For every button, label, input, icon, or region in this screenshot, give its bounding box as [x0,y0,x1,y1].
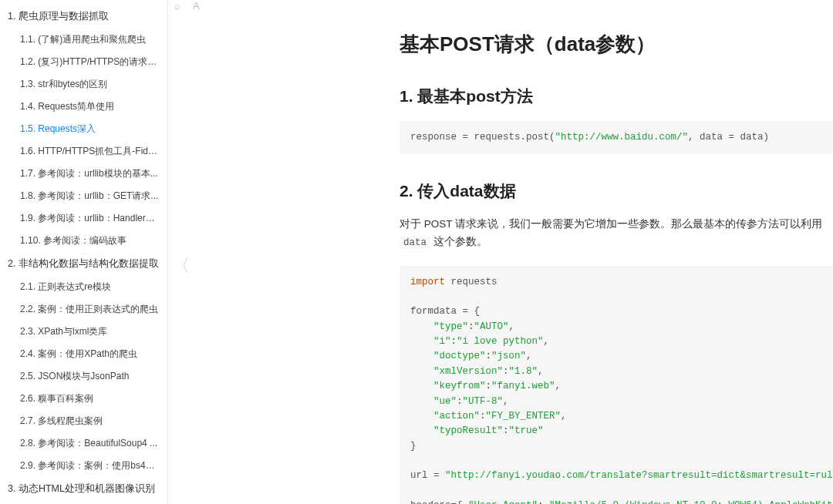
paragraph-1: 对于 POST 请求来说，我们一般需要为它增加一些参数。那么最基本的传参方法可以… [400,216,831,251]
toc-item[interactable]: 2.7. 多线程爬虫案例 [0,410,167,432]
toc-item[interactable]: 2.1. 正则表达式re模块 [0,276,167,298]
sidebar-toc[interactable]: 1. 爬虫原理与数据抓取1.1. (了解)通用爬虫和聚焦爬虫1.2. (复习)H… [0,0,168,504]
section-heading-2: 2. 传入data数据 [400,180,833,202]
toc-item[interactable]: 1.8. 参考阅读：urllib：GET请求... [0,185,167,207]
article-content: 基本POST请求（data参数） 1. 最基本post方法 response =… [199,0,833,504]
toc-item[interactable]: 1.9. 参考阅读：urllib：Handler处... [0,207,167,230]
toc-section[interactable]: 1. 爬虫原理与数据抓取 [0,5,167,29]
toc-item[interactable]: 2.9. 参考阅读：案例：使用bs4的... [0,455,167,477]
toc-item[interactable]: 3.1. 动态HTML介绍 [0,501,167,504]
toc-item[interactable]: 1.7. 参考阅读：urllib模块的基本... [0,163,167,185]
toc-item[interactable]: 1.2. (复习)HTTP/HTTPS的请求与... [0,51,167,73]
toc-item[interactable]: 1.1. (了解)通用爬虫和聚焦爬虫 [0,29,167,51]
prev-page-arrow[interactable]: 〈 [173,254,190,277]
toc-section[interactable]: 2. 非结构化数据与结构化数据提取 [0,252,167,276]
inline-code-data: data [400,237,430,249]
toc-item[interactable]: 2.4. 案例：使用XPath的爬虫 [0,343,167,365]
toc-item[interactable]: 2.3. XPath与lxml类库 [0,321,167,343]
page-title: 基本POST请求（data参数） [400,31,833,58]
toc-item[interactable]: 1.10. 参考阅读：编码故事 [0,230,167,252]
toc-section[interactable]: 3. 动态HTML处理和机器图像识别 [0,477,167,501]
toc-item[interactable]: 1.3. str和bytes的区别 [0,73,167,96]
search-icon[interactable]: ⌕ [174,0,180,12]
toc-item[interactable]: 1.4. Requests简单使用 [0,96,167,118]
gutter: ⌕ A 〈 [168,0,199,504]
toc-item[interactable]: 1.6. HTTP/HTTPS抓包工具-Fiddler [0,140,167,163]
toc-item[interactable]: 2.6. 糗事百科案例 [0,388,167,410]
code-block-1: response = requests.post("http://www.bai… [400,121,833,154]
section-heading-1: 1. 最基本post方法 [400,86,833,107]
toc-item[interactable]: 2.2. 案例：使用正则表达式的爬虫 [0,298,167,321]
toc-item[interactable]: 2.8. 参考阅读：BeautifulSoup4 ... [0,432,167,455]
code-block-2: import requests formdata = { "type":"AUT… [400,266,833,504]
toc-item[interactable]: 1.5. Requests深入 [0,118,167,140]
toc-item[interactable]: 2.5. JSON模块与JsonPath [0,365,167,388]
